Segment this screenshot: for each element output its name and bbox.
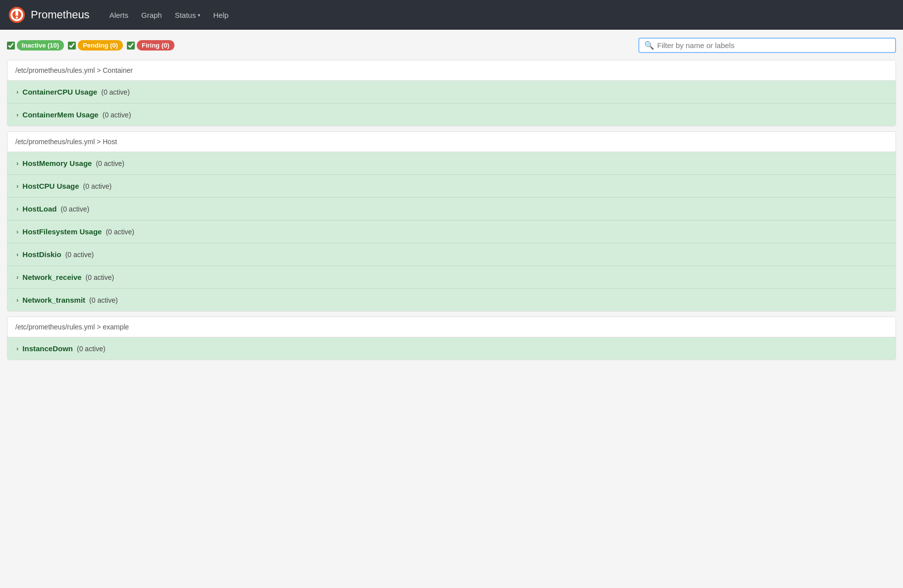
filter-bar: Inactive (10) Pending (0) Firing (0) 🔍: [7, 38, 896, 53]
rule-count: (0 active): [77, 345, 106, 353]
chevron-right-icon: ›: [16, 160, 18, 167]
rule-name: HostCPU Usage: [22, 182, 79, 190]
main-content: Inactive (10) Pending (0) Firing (0) 🔍 /…: [0, 30, 903, 373]
firing-badge[interactable]: Firing (0): [137, 40, 174, 51]
nav-help[interactable]: Help: [208, 8, 233, 22]
chevron-right-icon: ›: [16, 88, 18, 96]
svg-rect-3: [15, 10, 18, 16]
rule-item[interactable]: ›Network_receive (0 active): [7, 266, 896, 289]
search-box: 🔍: [638, 38, 896, 53]
rule-item[interactable]: ›Network_transmit (0 active): [7, 289, 896, 311]
rule-section-header-example: /etc/prometheus/rules.yml > example: [7, 317, 896, 337]
search-input[interactable]: [657, 41, 890, 50]
rule-item[interactable]: ›ContainerMem Usage (0 active): [7, 104, 896, 126]
rule-name: HostDiskio: [22, 250, 61, 259]
rule-section-container: /etc/prometheus/rules.yml > Container›Co…: [7, 60, 896, 126]
pending-badge-item: Pending (0): [68, 40, 123, 51]
svg-point-4: [16, 16, 18, 19]
chevron-right-icon: ›: [16, 205, 18, 213]
rule-count: (0 active): [86, 273, 114, 281]
rule-name: ContainerMem Usage: [22, 110, 98, 119]
rule-item[interactable]: ›HostMemory Usage (0 active): [7, 152, 896, 175]
rule-name: HostMemory Usage: [22, 159, 92, 167]
brand-name: Prometheus: [31, 8, 90, 21]
chevron-down-icon: ▾: [198, 12, 200, 18]
chevron-right-icon: ›: [16, 251, 18, 258]
badge-filters: Inactive (10) Pending (0) Firing (0): [7, 40, 174, 51]
rule-section-host: /etc/prometheus/rules.yml > Host›HostMem…: [7, 131, 896, 312]
prometheus-logo-icon: [8, 6, 26, 24]
rule-items-host: ›HostMemory Usage (0 active)›HostCPU Usa…: [7, 152, 896, 311]
rule-count: (0 active): [106, 228, 134, 236]
nav-graph[interactable]: Graph: [136, 8, 167, 22]
rule-name: HostLoad: [22, 205, 56, 213]
rule-count: (0 active): [65, 251, 94, 259]
rule-items-example: ›InstanceDown (0 active): [7, 337, 896, 360]
inactive-badge-item: Inactive (10): [7, 40, 64, 51]
chevron-right-icon: ›: [16, 182, 18, 190]
search-icon: 🔍: [644, 41, 654, 50]
firing-badge-item: Firing (0): [127, 40, 174, 51]
rule-items-container: ›ContainerCPU Usage (0 active)›Container…: [7, 81, 896, 126]
chevron-right-icon: ›: [16, 345, 18, 352]
firing-checkbox[interactable]: [127, 42, 135, 50]
rule-name: ContainerCPU Usage: [22, 88, 97, 96]
rule-name: HostFilesystem Usage: [22, 227, 102, 236]
rule-section-example: /etc/prometheus/rules.yml > example›Inst…: [7, 317, 896, 360]
rule-section-header-container: /etc/prometheus/rules.yml > Container: [7, 60, 896, 81]
chevron-right-icon: ›: [16, 273, 18, 281]
chevron-right-icon: ›: [16, 111, 18, 118]
rule-item[interactable]: ›ContainerCPU Usage (0 active): [7, 81, 896, 104]
rule-name: Network_receive: [22, 273, 81, 281]
nav-links: Alerts Graph Status ▾ Help: [105, 8, 233, 22]
rule-groups: /etc/prometheus/rules.yml > Container›Co…: [7, 60, 896, 360]
brand-link[interactable]: Prometheus: [8, 6, 90, 24]
pending-checkbox[interactable]: [68, 42, 76, 50]
rule-item[interactable]: ›HostDiskio (0 active): [7, 243, 896, 266]
nav-status[interactable]: Status ▾: [170, 8, 206, 22]
rule-section-header-host: /etc/prometheus/rules.yml > Host: [7, 132, 896, 152]
navbar: Prometheus Alerts Graph Status ▾ Help: [0, 0, 903, 30]
rule-name: Network_transmit: [22, 296, 85, 304]
rule-count: (0 active): [103, 111, 131, 119]
inactive-checkbox[interactable]: [7, 42, 15, 50]
rule-name: InstanceDown: [22, 344, 73, 353]
pending-badge[interactable]: Pending (0): [78, 40, 123, 51]
rule-count: (0 active): [83, 182, 112, 190]
rule-count: (0 active): [89, 296, 118, 304]
chevron-right-icon: ›: [16, 228, 18, 235]
rule-item[interactable]: ›HostCPU Usage (0 active): [7, 175, 896, 198]
rule-item[interactable]: ›HostFilesystem Usage (0 active): [7, 220, 896, 243]
rule-count: (0 active): [101, 88, 130, 96]
rule-count: (0 active): [96, 160, 124, 167]
rule-count: (0 active): [61, 205, 90, 213]
inactive-badge[interactable]: Inactive (10): [17, 40, 64, 51]
chevron-right-icon: ›: [16, 296, 18, 304]
nav-alerts[interactable]: Alerts: [105, 8, 133, 22]
rule-item[interactable]: ›HostLoad (0 active): [7, 198, 896, 220]
rule-item[interactable]: ›InstanceDown (0 active): [7, 337, 896, 360]
